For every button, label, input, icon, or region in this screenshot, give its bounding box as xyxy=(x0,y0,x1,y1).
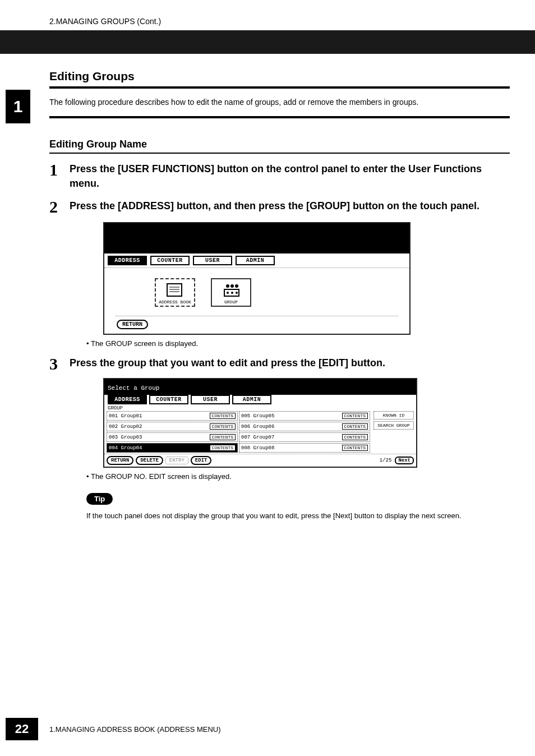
rule xyxy=(49,86,510,89)
chapter-tab: 1 xyxy=(6,90,30,123)
step: 3 Press the group that you want to edit … xyxy=(49,356,510,522)
group-name: Group04 xyxy=(121,445,142,451)
group-name: Group06 xyxy=(253,424,275,430)
svg-point-5 xyxy=(230,284,234,288)
tip-label: Tip xyxy=(86,493,113,505)
group-name: Group08 xyxy=(253,445,275,451)
group-name: Group07 xyxy=(253,435,275,440)
page-footer: 22 1.MANAGING ADDRESS BOOK (ADDRESS MENU… xyxy=(0,718,535,740)
entry-button-disabled: ENTRY xyxy=(165,457,188,464)
step-text: Press the [USER FUNCTIONS] button on the… xyxy=(70,162,510,191)
tab-admin[interactable]: ADMIN xyxy=(236,256,275,265)
next-button[interactable]: Next xyxy=(395,457,414,464)
group-row[interactable]: 006 Group06 CONTENTS xyxy=(239,422,370,431)
group-row-selected[interactable]: 004 Group04 CONTENTS xyxy=(107,443,238,453)
header-divider xyxy=(0,30,535,54)
section-label: GROUP xyxy=(104,404,416,411)
step: 2 Press the [ADDRESS] button, and then p… xyxy=(49,199,510,348)
tab-counter[interactable]: COUNTER xyxy=(149,395,188,404)
tab-address[interactable]: ADDRESS xyxy=(108,256,147,265)
tip-text: If the touch panel does not display the … xyxy=(86,510,510,522)
step: 1 Press the [USER FUNCTIONS] button on t… xyxy=(49,162,510,191)
contents-button[interactable]: CONTENTS xyxy=(210,413,236,419)
tab-counter[interactable]: COUNTER xyxy=(150,256,190,265)
svg-point-10 xyxy=(236,292,238,294)
step-note: The GROUP NO. EDIT screen is displayed. xyxy=(86,472,510,481)
contents-button[interactable]: CONTENTS xyxy=(210,434,236,440)
group-name: Group05 xyxy=(253,413,275,419)
contents-button[interactable]: CONTENTS xyxy=(342,413,368,419)
step-number: 3 xyxy=(49,356,64,522)
svg-point-6 xyxy=(235,284,238,288)
contents-button[interactable]: CONTENTS xyxy=(342,445,368,451)
group-row[interactable]: 002 Group02 CONTENTS xyxy=(107,422,238,431)
svg-point-8 xyxy=(227,292,229,294)
page-number: 22 xyxy=(6,718,38,740)
group-row[interactable]: 007 Group07 CONTENTS xyxy=(239,432,370,442)
group-name: Group03 xyxy=(121,435,142,440)
running-head: 2.MANAGING GROUPS (Cont.) xyxy=(49,17,535,26)
return-button[interactable]: RETURN xyxy=(107,456,133,465)
return-button[interactable]: RETURN xyxy=(117,320,148,329)
search-group-button[interactable]: SEARCH GROUP xyxy=(373,421,414,430)
step-number: 2 xyxy=(49,199,64,348)
group-id: 004 xyxy=(109,445,118,451)
footer-text: 1.MANAGING ADDRESS BOOK (ADDRESS MENU) xyxy=(49,725,221,734)
step-text: Press the [ADDRESS] button, and then pre… xyxy=(70,199,510,213)
group-row[interactable]: 003 Group03 CONTENTS xyxy=(107,432,238,442)
group-id: 002 xyxy=(109,424,118,430)
section-intro: The following procedure describes how to… xyxy=(49,96,510,108)
group-id: 003 xyxy=(109,435,118,440)
page-indicator: 1/25 xyxy=(380,458,392,463)
touchpanel-screenshot-2: Select a Group ADDRESS COUNTER USER ADMI… xyxy=(103,378,417,468)
svg-point-4 xyxy=(226,284,229,288)
contents-button[interactable]: CONTENTS xyxy=(210,423,236,430)
group-id: 008 xyxy=(241,445,250,451)
lcd-blank-top xyxy=(104,223,409,253)
svg-rect-0 xyxy=(167,284,182,296)
tab-address[interactable]: ADDRESS xyxy=(108,395,147,404)
contents-button[interactable]: CONTENTS xyxy=(342,434,368,440)
group-icon xyxy=(220,282,242,298)
touchpanel-screenshot-1: ADDRESS COUNTER USER ADMIN xyxy=(103,222,411,335)
contents-button[interactable]: CONTENTS xyxy=(342,423,368,430)
icon-label: GROUP xyxy=(224,299,238,305)
subsection-title: Editing Group Name xyxy=(49,139,510,150)
delete-button[interactable]: DELETE xyxy=(136,456,163,465)
group-id: 005 xyxy=(241,413,250,419)
lcd-prompt: Select a Group xyxy=(104,379,416,395)
known-id-button[interactable]: KNOWN ID xyxy=(373,411,414,420)
group-id: 007 xyxy=(241,435,250,440)
section-title: Editing Groups xyxy=(49,70,510,83)
group-row[interactable]: 001 Group01 CONTENTS xyxy=(107,411,238,421)
rule xyxy=(49,116,510,118)
step-number: 1 xyxy=(49,162,64,191)
tab-user[interactable]: USER xyxy=(191,395,230,404)
step-text: Press the group that you want to edit an… xyxy=(70,356,510,370)
group-id: 001 xyxy=(109,413,118,419)
contents-button[interactable]: CONTENTS xyxy=(210,445,236,451)
group-name: Group01 xyxy=(121,413,142,419)
address-book-button[interactable]: ADDRESS BOOK xyxy=(155,278,195,307)
group-row[interactable]: 005 Group05 CONTENTS xyxy=(239,411,370,421)
group-row[interactable]: 008 Group08 CONTENTS xyxy=(239,443,370,453)
group-name: Group02 xyxy=(121,424,142,430)
group-id: 006 xyxy=(241,424,250,430)
address-book-icon xyxy=(164,282,186,298)
svg-point-9 xyxy=(231,292,233,294)
tab-user[interactable]: USER xyxy=(193,256,232,265)
edit-button[interactable]: EDIT xyxy=(191,456,212,465)
group-button[interactable]: GROUP xyxy=(211,278,251,307)
rule xyxy=(49,153,510,154)
tab-admin[interactable]: ADMIN xyxy=(232,395,271,404)
step-note: The GROUP screen is displayed. xyxy=(86,339,510,348)
icon-label: ADDRESS BOOK xyxy=(159,299,191,305)
